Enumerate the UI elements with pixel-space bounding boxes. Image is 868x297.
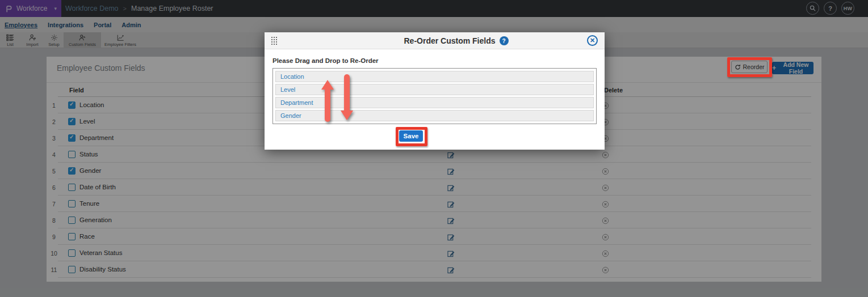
save-button[interactable]: Save xyxy=(399,130,423,142)
application-window: Workforce ▾ Workforce Demo > Manage Empl… xyxy=(0,0,868,297)
reorder-list-item[interactable]: Location xyxy=(275,71,594,82)
reorder-list-item[interactable]: Department xyxy=(275,97,594,108)
reorder-list-item[interactable]: Level xyxy=(275,84,594,95)
reorder-list: Location Level Department Gender xyxy=(272,68,597,124)
close-icon[interactable]: ✕ xyxy=(587,35,598,46)
drag-handle-icon[interactable] xyxy=(271,36,277,46)
dialog-header: Re-Order Custom Fields ? ✕ xyxy=(265,32,605,49)
dialog-title: Re-Order Custom Fields xyxy=(404,36,495,45)
dialog-body: Please Drag and Drop to Re-Order Locatio… xyxy=(265,49,605,124)
reorder-list-item[interactable]: Gender xyxy=(275,110,594,121)
dialog-title-block: Re-Order Custom Fields ? xyxy=(404,32,508,49)
reorder-custom-fields-dialog: Re-Order Custom Fields ? ✕ Please Drag a… xyxy=(265,32,605,150)
drag-drop-instruction: Please Drag and Drop to Re-Order xyxy=(272,57,597,64)
help-icon[interactable]: ? xyxy=(500,36,509,45)
